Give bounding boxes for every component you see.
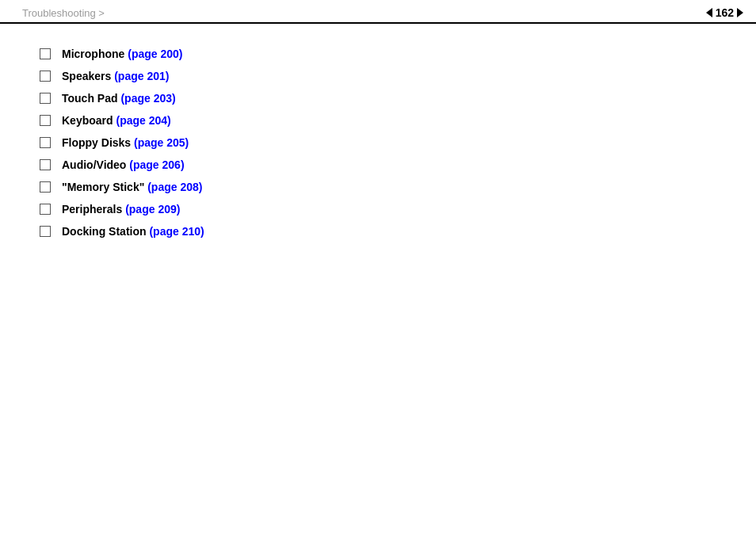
list-item: Audio/Video (page 206) [40, 158, 724, 171]
item-label: Audio/Video (page 206) [62, 158, 185, 171]
list-item: Docking Station (page 210) [40, 225, 724, 238]
item-label: Docking Station (page 210) [62, 225, 204, 238]
item-label: Peripherals (page 209) [62, 203, 180, 216]
list-item: Touch Pad (page 203) [40, 92, 724, 105]
checkbox-icon [40, 226, 51, 237]
list-item: Speakers (page 201) [40, 70, 724, 82]
item-page-link[interactable]: (page 209) [125, 203, 180, 216]
checkbox-icon [40, 48, 51, 59]
item-page-link[interactable]: (page 203) [120, 92, 175, 105]
item-label: "Memory Stick" (page 208) [62, 181, 202, 193]
item-page-link[interactable]: (page 201) [114, 70, 169, 82]
checkbox-icon [40, 159, 51, 170]
list-item: Microphone (page 200) [40, 48, 724, 60]
item-label: Keyboard (page 204) [62, 114, 171, 127]
list-item: Peripherals (page 209) [40, 203, 724, 216]
checkbox-icon [40, 181, 51, 193]
arrow-right-icon [737, 8, 743, 17]
breadcrumb: Troubleshooting > [22, 7, 105, 19]
topic-list: Microphone (page 200)Speakers (page 201)… [40, 48, 724, 238]
checkbox-icon [40, 93, 51, 104]
item-page-link[interactable]: (page 206) [129, 158, 184, 171]
checkbox-icon [40, 137, 51, 148]
checkbox-icon [40, 115, 51, 126]
item-label: Microphone (page 200) [62, 48, 182, 60]
item-label: Floppy Disks (page 205) [62, 136, 189, 149]
page-header: Troubleshooting > 162 [0, 0, 756, 24]
item-label: Touch Pad (page 203) [62, 92, 176, 105]
arrow-left-icon [706, 8, 712, 17]
page-number: 162 [716, 6, 734, 19]
main-content: Microphone (page 200)Speakers (page 201)… [0, 24, 756, 263]
list-item: "Memory Stick" (page 208) [40, 181, 724, 193]
checkbox-icon [40, 71, 51, 82]
item-page-link[interactable]: (page 205) [134, 136, 189, 149]
item-page-link[interactable]: (page 208) [147, 181, 202, 193]
item-label: Speakers (page 201) [62, 70, 169, 82]
list-item: Floppy Disks (page 205) [40, 136, 724, 149]
item-page-link[interactable]: (page 200) [128, 48, 182, 60]
list-item: Keyboard (page 204) [40, 114, 724, 127]
checkbox-icon [40, 204, 51, 215]
item-page-link[interactable]: (page 210) [149, 225, 204, 238]
item-page-link[interactable]: (page 204) [116, 114, 170, 127]
page-number-container: 162 [706, 6, 743, 19]
